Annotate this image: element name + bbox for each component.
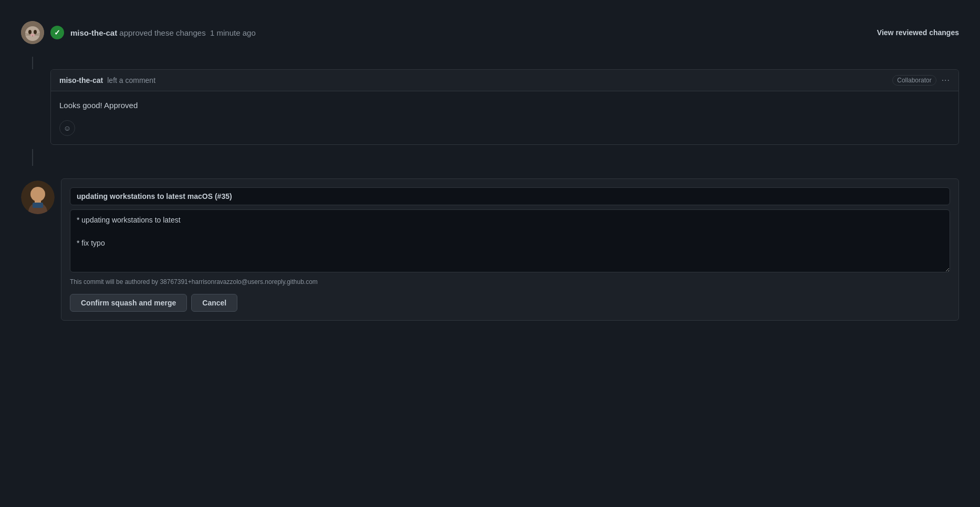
- confirm-squash-merge-button[interactable]: Confirm squash and merge: [70, 294, 187, 312]
- review-left: ✓ miso-the-cat approved these changes 1 …: [21, 21, 256, 44]
- review-row: ✓ miso-the-cat approved these changes 1 …: [21, 13, 959, 52]
- committer-avatar: [21, 181, 55, 214]
- merge-commit-form: * updating workstations to latest * fix …: [61, 178, 959, 321]
- emoji-icon: ☺: [64, 124, 71, 132]
- more-options-button[interactable]: ···: [942, 76, 950, 85]
- commit-author-info: This commit will be authored by 38767391…: [70, 278, 950, 286]
- merge-form-row: * updating workstations to latest * fix …: [21, 178, 959, 321]
- comment-action: left a comment: [107, 76, 155, 85]
- view-reviewed-changes-link[interactable]: View reviewed changes: [877, 28, 959, 37]
- comment-header-left: miso-the-cat left a comment: [59, 76, 155, 85]
- review-comment-card: miso-the-cat left a comment Collaborator…: [50, 69, 959, 145]
- review-text: miso-the-cat approved these changes 1 mi…: [70, 28, 256, 37]
- svg-rect-15: [35, 198, 41, 203]
- checkmark: ✓: [54, 29, 60, 36]
- svg-point-3: [25, 26, 40, 41]
- svg-point-5: [34, 30, 37, 34]
- svg-point-4: [28, 30, 32, 34]
- timeline-connector: [32, 57, 33, 69]
- comment-body-text: Looks good! Approved: [59, 100, 950, 112]
- cancel-button[interactable]: Cancel: [191, 294, 237, 312]
- comment-author: miso-the-cat: [59, 76, 103, 85]
- page-container: ✓ miso-the-cat approved these changes 1 …: [0, 0, 980, 333]
- commit-body-textarea[interactable]: * updating workstations to latest * fix …: [70, 209, 950, 272]
- svg-rect-16: [33, 203, 43, 208]
- collaborator-badge: Collaborator: [892, 75, 936, 86]
- review-time: 1 minute ago: [210, 28, 256, 37]
- form-actions: Confirm squash and merge Cancel: [70, 294, 950, 312]
- timeline-connector-2: [32, 149, 33, 166]
- commit-title-input[interactable]: [70, 187, 950, 205]
- review-action: approved these changes: [119, 28, 205, 37]
- approved-check-icon: ✓: [50, 26, 64, 39]
- comment-body: Looks good! Approved ☺: [51, 91, 958, 144]
- comment-header-right: Collaborator ···: [892, 75, 950, 86]
- reviewer-avatar: [21, 21, 44, 44]
- comment-header: miso-the-cat left a comment Collaborator…: [51, 70, 958, 91]
- reviewer-name: miso-the-cat: [70, 28, 117, 37]
- emoji-reaction-button[interactable]: ☺: [59, 120, 75, 136]
